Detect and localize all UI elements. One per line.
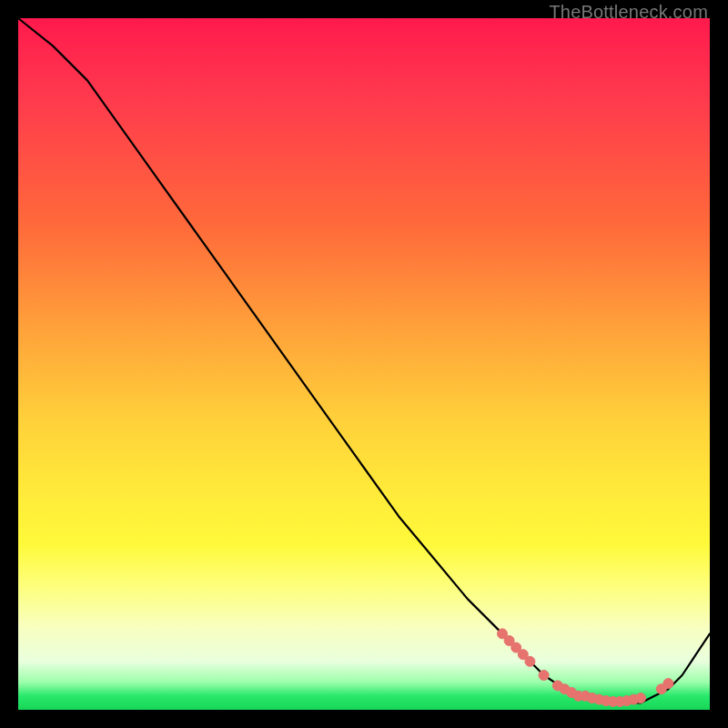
curve-svg xyxy=(18,18,710,710)
main-curve xyxy=(18,18,710,703)
highlight-dot xyxy=(663,679,673,689)
highlight-dot xyxy=(636,693,646,703)
plot-area xyxy=(18,18,710,710)
highlight-dots-group xyxy=(498,629,673,707)
chart-frame: TheBottleneck.com xyxy=(0,0,728,728)
highlight-dot xyxy=(539,671,549,681)
highlight-dot xyxy=(525,656,535,666)
attribution-label: TheBottleneck.com xyxy=(549,2,708,23)
